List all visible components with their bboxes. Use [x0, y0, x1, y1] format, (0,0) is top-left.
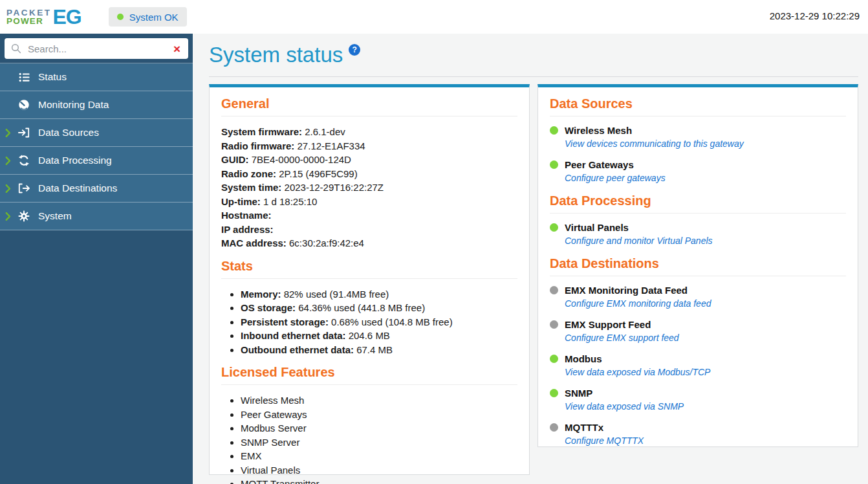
- sidebar-item-monitoring-data[interactable]: Monitoring Data: [0, 91, 193, 119]
- field-mac-address: MAC address: 6c:30:2a:f9:42:e4: [221, 236, 517, 250]
- field-system-time: System time: 2023-12-29T16:22:27Z: [221, 181, 517, 195]
- data-processing-heading: Data Processing: [550, 193, 846, 214]
- link-configure-peer-gateways[interactable]: Configure peer gateways: [565, 173, 666, 183]
- link-configure-mqtttx[interactable]: Configure MQTTTX: [565, 435, 644, 446]
- feature-item: Modbus Server: [241, 421, 517, 435]
- sidebar-item-system[interactable]: System: [0, 203, 193, 230]
- page-title: System status ?: [209, 43, 858, 67]
- chevron-right-icon: [5, 129, 17, 137]
- data-destinations-heading: Data Destinations: [550, 256, 846, 276]
- data-sources-heading: Data Sources: [550, 96, 846, 116]
- feature-item: SNMP Server: [241, 435, 517, 450]
- stat-outbound-ethernet: Outbound ethernet data: 67.4 MB: [241, 343, 517, 357]
- status-dot-icon: [550, 320, 558, 329]
- logo-product: EG: [53, 5, 81, 29]
- field-radio-zone: Radio zone: 2P.15 (496F5C99): [221, 167, 517, 181]
- status-dot-icon: [550, 223, 558, 232]
- sidebar-item-label: Monitoring Data: [38, 99, 109, 111]
- system-ok-label: System OK: [129, 12, 179, 23]
- feature-item: Virtual Panels: [241, 463, 517, 478]
- stats-heading: Stats: [221, 259, 517, 279]
- search-container: ×: [0, 34, 193, 63]
- status-item-snmp: SNMP View data exposed via SNMP: [550, 388, 846, 412]
- sidebar-item-label: Status: [38, 71, 67, 83]
- status-dot-icon: [550, 389, 558, 397]
- link-configure-emx-support-feed[interactable]: Configure EMX support feed: [565, 333, 679, 343]
- search-input[interactable]: [27, 43, 167, 55]
- status-dot-icon: [550, 126, 558, 135]
- stats-list: Memory: 82% used (91.4MB free) OS storag…: [221, 287, 517, 357]
- sidebar-item-label: Data Processing: [38, 155, 112, 166]
- chevron-right-icon: [5, 157, 17, 165]
- sidebar-item-label: System: [38, 210, 72, 222]
- sidebar-item-status[interactable]: Status: [0, 63, 193, 91]
- field-ip-address: IP address:: [221, 223, 517, 237]
- feature-item: Peer Gateways: [241, 408, 517, 422]
- status-item-virtual-panels: Virtual Panels Configure and monitor Vir…: [550, 222, 846, 247]
- sidebar-nav: Status Monitoring Data: [0, 63, 193, 230]
- link-view-mesh-devices[interactable]: View devices communicating to this gatew…: [565, 138, 744, 149]
- status-item-peer-gateways: Peer Gateways Configure peer gateways: [550, 159, 846, 184]
- field-radio-firmware: Radio firmware: 27.12-E1AF334: [221, 139, 517, 153]
- chevron-right-icon: [5, 212, 17, 221]
- field-hostname: Hostname:: [221, 208, 517, 223]
- stat-memory: Memory: 82% used (91.4MB free): [241, 287, 517, 302]
- help-icon[interactable]: ?: [349, 44, 360, 56]
- link-view-modbus-data[interactable]: View data exposed via Modbus/TCP: [565, 367, 710, 377]
- feature-item: EMX: [241, 449, 517, 463]
- search-clear-icon[interactable]: ×: [172, 43, 182, 55]
- top-header: PACKET POWER EG System OK 2023-12-29 10:…: [0, 0, 868, 34]
- sidebar-item-label: Data Destinations: [38, 182, 117, 194]
- status-dot-icon: [550, 160, 558, 169]
- general-fields: System firmware: 2.6.1-dev Radio firmwar…: [221, 125, 517, 250]
- status-dot-icon: [550, 355, 558, 363]
- title-divider: [209, 76, 858, 77]
- stat-inbound-ethernet: Inbound ethernet data: 204.6 MB: [241, 329, 517, 343]
- system-info-card: General System firmware: 2.6.1-dev Radio…: [209, 84, 530, 475]
- status-item-modbus: Modbus View data exposed via Modbus/TCP: [550, 353, 846, 378]
- status-item-mqtttx: MQTTTx Configure MQTTTX: [550, 422, 846, 446]
- licensed-features-heading: Licensed Features: [221, 365, 517, 385]
- logo-line2: POWER: [6, 17, 52, 25]
- app-logo[interactable]: PACKET POWER EG: [6, 5, 81, 29]
- field-up-time: Up-time: 1 d 18:25:10: [221, 195, 517, 209]
- services-status-card: Data Sources Wireless Mesh View devices …: [537, 84, 858, 447]
- status-item-emx-support-feed: EMX Support Feed Configure EMX support f…: [550, 319, 846, 344]
- status-item-wireless-mesh: Wireless Mesh View devices communicating…: [550, 125, 846, 149]
- sidebar-item-label: Data Sources: [38, 127, 99, 138]
- data-in-icon: [17, 127, 31, 138]
- logo-wordmark: PACKET POWER: [6, 8, 52, 25]
- datetime-display: 2023-12-29 10:22:29: [770, 10, 860, 21]
- stat-persistent-storage: Persistent storage: 0.68% used (104.8 MB…: [241, 315, 517, 329]
- feature-item: Wireless Mesh: [241, 393, 517, 408]
- main-content: System status ? General System firmware:…: [193, 34, 868, 484]
- sync-icon: [17, 155, 31, 166]
- search-icon: [11, 43, 21, 54]
- feature-item: MQTT Transmitter: [241, 477, 517, 484]
- sidebar-item-data-destinations[interactable]: Data Destinations: [0, 175, 193, 203]
- status-dot-icon: [117, 14, 124, 20]
- status-item-emx-monitoring-feed: EMX Monitoring Data Feed Configure EMX m…: [550, 285, 846, 309]
- field-system-firmware: System firmware: 2.6.1-dev: [221, 125, 517, 139]
- sidebar: × Status: [0, 34, 193, 484]
- gauge-icon: [17, 99, 31, 111]
- search-box: ×: [5, 38, 188, 59]
- data-out-icon: [17, 182, 31, 194]
- link-configure-virtual-panels[interactable]: Configure and monitor Virtual Panels: [565, 236, 713, 246]
- status-dot-icon: [550, 286, 558, 294]
- page-title-text: System status: [209, 43, 343, 67]
- stat-os-storage: OS storage: 64.36% used (441.8 MB free): [241, 301, 517, 315]
- field-guid: GUID: 7BE4-0000-0000-124D: [221, 153, 517, 167]
- chevron-right-icon: [5, 184, 17, 193]
- link-view-snmp-data[interactable]: View data exposed via SNMP: [565, 401, 684, 412]
- licensed-features-list: Wireless Mesh Peer Gateways Modbus Serve…: [221, 393, 517, 484]
- general-heading: General: [221, 96, 517, 116]
- list-icon: [17, 72, 31, 83]
- status-dot-icon: [550, 423, 558, 432]
- gear-icon: [17, 210, 31, 222]
- sidebar-item-data-processing[interactable]: Data Processing: [0, 147, 193, 175]
- system-ok-badge[interactable]: System OK: [109, 7, 187, 27]
- sidebar-item-data-sources[interactable]: Data Sources: [0, 119, 193, 147]
- link-configure-emx-monitoring-feed[interactable]: Configure EMX monitoring data feed: [565, 298, 711, 309]
